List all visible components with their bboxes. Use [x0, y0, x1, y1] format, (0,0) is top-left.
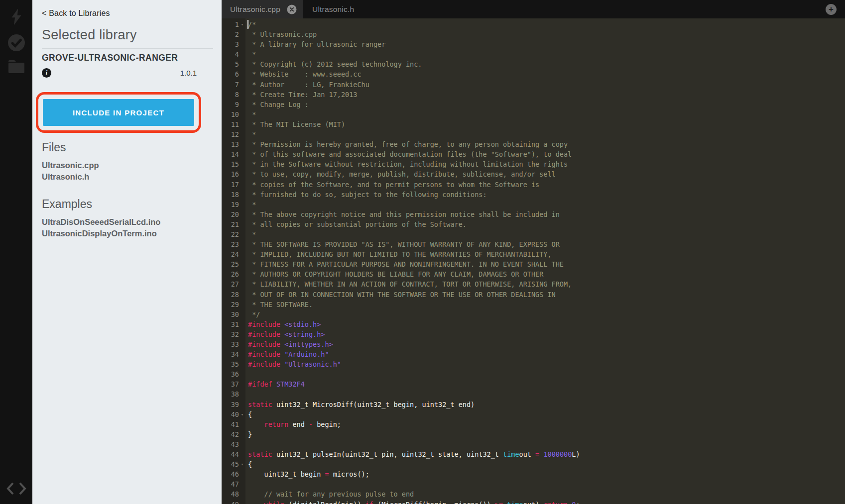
code-line: 8 * Create Time: Jan 17,2013 — [222, 90, 845, 100]
code-text: * to use, copy, modify, merge, publish, … — [245, 169, 556, 179]
code-text: uint32_t begin = micros(); — [245, 469, 369, 479]
fold-gutter-space — [239, 500, 245, 504]
line-gutter: 49 — [222, 500, 245, 504]
line-number: 33 — [222, 339, 239, 349]
info-icon[interactable]: i — [42, 68, 51, 78]
flash-icon[interactable] — [8, 8, 24, 26]
line-gutter: 4 — [222, 49, 245, 59]
code-text: static uint32_t pulseIn(uint32_t pin, ui… — [245, 449, 580, 459]
line-gutter: 13 — [222, 139, 245, 149]
tab-ultrasonic-cpp[interactable]: Ultrasonic.cpp — [222, 0, 303, 18]
fold-gutter-space — [239, 149, 245, 159]
line-number: 4 — [222, 49, 239, 59]
fold-gutter-space — [239, 49, 245, 59]
fold-gutter-space — [239, 400, 245, 409]
code-text: while (digitalRead(pin)) if (MicrosDiff(… — [245, 500, 580, 504]
code-text: * THE SOFTWARE. — [245, 300, 313, 309]
line-number: 29 — [222, 300, 239, 309]
line-number: 48 — [222, 489, 239, 499]
code-text: * Website : www.seeed.cc — [245, 69, 362, 79]
fold-gutter-space — [239, 309, 245, 319]
fold-gutter-space — [239, 389, 245, 399]
line-number: 40 — [222, 409, 239, 419]
line-gutter: 35 — [222, 359, 245, 369]
fold-arrow-icon[interactable]: ▾ — [239, 19, 245, 29]
code-text: * — [245, 49, 256, 59]
line-number: 22 — [222, 229, 239, 239]
line-number: 41 — [222, 419, 239, 429]
code-line: 12 * — [222, 129, 845, 139]
line-gutter: 7 — [222, 80, 245, 90]
code-text: * Change Log : — [245, 100, 309, 109]
fold-gutter-space — [239, 279, 245, 289]
tab-ultrasonic-h[interactable]: Ultrasonic.h — [303, 0, 363, 18]
code-icon[interactable] — [6, 482, 26, 495]
code-text: { — [245, 409, 252, 419]
examples-heading: Examples — [42, 198, 92, 211]
code-text: #include <stdio.h> — [245, 319, 321, 329]
fold-gutter-space — [239, 59, 245, 69]
include-in-project-button[interactable]: INCLUDE IN PROJECT — [43, 99, 194, 126]
fold-gutter-space — [239, 90, 245, 100]
fold-gutter-space — [239, 159, 245, 169]
line-gutter: 24 — [222, 249, 245, 259]
code-line: 30 */ — [222, 309, 845, 319]
fold-gutter-space — [239, 369, 245, 379]
code-text: * — [245, 109, 256, 119]
examples-list: UltraDisOnSeeedSerialLcd.inoUltrasonicDi… — [42, 216, 160, 239]
file-item[interactable]: Ultrasonic.h — [42, 171, 99, 183]
code-text: * The above copyright notice and this pe… — [245, 209, 560, 219]
code-text: #include "Ultrasonic.h" — [245, 359, 341, 369]
fold-arrow-icon[interactable]: ▾ — [239, 409, 245, 419]
code-line: 25 * FITNESS FOR A PARTICULAR PURPOSE AN… — [222, 259, 845, 269]
code-editor[interactable]: 1▾/*2 * Ultrasonic.cpp3 * A library for … — [222, 18, 845, 504]
example-item[interactable]: UltrasonicDisplayOnTerm.ino — [42, 228, 160, 239]
line-number: 6 — [222, 69, 239, 79]
code-text — [245, 439, 248, 449]
fold-gutter-space — [239, 469, 245, 479]
line-number: 7 — [222, 80, 239, 90]
line-number: 9 — [222, 100, 239, 109]
code-text: #include <inttypes.h> — [245, 339, 333, 349]
code-line: 43 — [222, 439, 845, 449]
code-line: 1▾/* — [222, 19, 845, 29]
fold-gutter-space — [239, 290, 245, 300]
verify-icon[interactable] — [7, 34, 25, 52]
line-gutter: 16 — [222, 169, 245, 179]
code-text: // wait for any previous pulse to end — [245, 489, 414, 499]
line-gutter: 21 — [222, 219, 245, 229]
code-text: /* — [245, 19, 256, 29]
code-line: 35#include "Ultrasonic.h" — [222, 359, 845, 369]
code-text — [245, 389, 248, 399]
line-gutter: 2 — [222, 29, 245, 39]
code-line: 42} — [222, 429, 845, 439]
line-number: 36 — [222, 369, 239, 379]
code-lines: 1▾/*2 * Ultrasonic.cpp3 * A library for … — [222, 19, 845, 504]
line-number: 37 — [222, 379, 239, 389]
fold-gutter-space — [239, 109, 245, 119]
line-number: 42 — [222, 429, 239, 439]
file-item[interactable]: Ultrasonic.cpp — [42, 160, 99, 171]
code-line: 22 * — [222, 229, 845, 239]
code-line: 20 * The above copyright notice and this… — [222, 209, 845, 219]
code-text: * — [245, 200, 256, 209]
line-gutter: 5 — [222, 59, 245, 69]
fold-gutter-space — [239, 300, 245, 309]
text-caret — [247, 20, 248, 29]
add-tab-button[interactable]: + — [826, 4, 837, 15]
fold-gutter-space — [239, 119, 245, 129]
close-tab-icon[interactable] — [287, 4, 297, 14]
code-text: } — [245, 429, 252, 439]
fold-gutter-space — [239, 69, 245, 79]
fold-gutter-space — [239, 29, 245, 39]
tabs-container: Ultrasonic.cppUltrasonic.h — [222, 0, 363, 18]
code-text: { — [245, 459, 252, 469]
example-item[interactable]: UltraDisOnSeeedSerialLcd.ino — [42, 216, 160, 228]
fold-arrow-icon[interactable]: ▾ — [239, 459, 245, 469]
back-to-libraries-link[interactable]: < Back to Libraries — [42, 9, 110, 18]
folder-icon[interactable] — [8, 60, 25, 74]
line-gutter: 28 — [222, 290, 245, 300]
fold-gutter-space — [239, 259, 245, 269]
code-text: * copies of the Software, and to permit … — [245, 180, 539, 190]
code-line: 14 * of this software and associated doc… — [222, 149, 845, 159]
